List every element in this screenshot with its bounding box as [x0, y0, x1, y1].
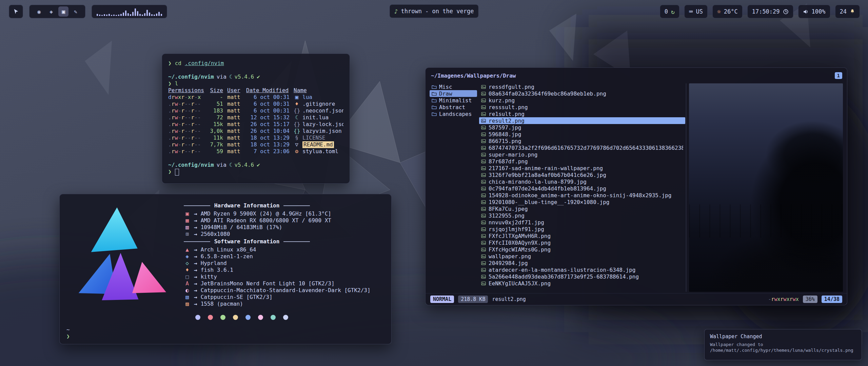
file-size-badge: 218.8 KB	[458, 296, 488, 303]
command-argument: .config/nvim	[185, 60, 224, 67]
file-size: 72	[208, 114, 223, 121]
palette-dot	[233, 315, 238, 320]
sidebar-folder[interactable]: Draw	[430, 90, 477, 97]
file-row[interactable]: result2.png	[479, 117, 685, 124]
file-row[interactable]: 154928-odinokoe_anime-art-anime-okno-sin…	[479, 192, 685, 199]
fetch-info-line: ▣ → AMD Ryzen 9 5900X (24) @ 4.9GHz [61.…	[184, 210, 371, 217]
fetch-info-line: ▦ → AMD ATI Radeon RX 6800/6800 XT / 690…	[184, 217, 371, 224]
file-row[interactable]: rsjqojlmjhf91.jpg	[479, 226, 685, 232]
keyboard-layout-module[interactable]: ⌨ US	[684, 5, 708, 18]
visualizer-bar	[156, 14, 157, 16]
weather-module[interactable]: ☼ 26°C	[712, 5, 743, 18]
hardware-info-list: ▣ → AMD Ryzen 9 5900X (24) @ 4.9GHz [61.…	[184, 210, 371, 238]
file-name: lazyvim.json	[302, 128, 342, 135]
launcher-button[interactable]	[9, 5, 23, 18]
shell-prompt-line[interactable]: ❯	[168, 168, 343, 175]
current-directory: ~/.config/nvim	[168, 74, 214, 80]
sidebar-folder[interactable]: Landscapes	[430, 110, 477, 117]
file-row[interactable]: EeNKYgIUcAAJ5JX.png	[479, 280, 685, 287]
arrow-icon: →	[194, 267, 197, 273]
terminal-window-nvim-config: ❯cd.config/nvim ~/.config/nvimvia☾v5.4.6…	[162, 54, 350, 184]
file-row[interactable]: 3126f7e9bbf21a8a4af0b67b041c6e26.jpg	[479, 171, 685, 178]
image-file-icon	[481, 85, 486, 89]
selected-file-name: result2.png	[492, 296, 526, 302]
visualizer-bar	[123, 13, 124, 16]
file-owner: matt	[227, 107, 242, 114]
terminal-color-palette	[195, 315, 371, 320]
file-row[interactable]: 19201080-__blue-tinge__-1920×1080.jpg	[479, 199, 685, 205]
file-row[interactable]: kurz.png	[479, 97, 685, 104]
file-row[interactable]: 5a266e448add93deab367d87173e9f25-6837886…	[479, 273, 685, 280]
mode-badge: NORMAL	[430, 296, 454, 303]
sidebar-folder[interactable]: Minimalist	[430, 97, 477, 104]
file-name: README.md	[302, 141, 334, 148]
workspace-button[interactable]: ▣	[58, 6, 68, 17]
music-player-module[interactable]: ♪ thrown - on the verge	[390, 4, 479, 18]
file-date-modified: 6 oct 00:31	[246, 101, 290, 107]
file-permissions: .rw-r--r--	[168, 107, 204, 114]
file-row[interactable]: 68747470733a2f2f696d616765732d7769786d70…	[479, 144, 685, 151]
file-row[interactable]: 0c794faf07de24a4db4d4fb1eb813964.jpg	[479, 185, 685, 192]
file-name: init.lua	[302, 114, 329, 121]
file-row[interactable]: 87r687df.png	[479, 158, 685, 165]
file-name: 3122955.png	[489, 212, 525, 219]
updates-module[interactable]: 0 ↻	[660, 5, 679, 18]
file-date-modified: 7 oct 23:06	[246, 148, 290, 155]
file-row[interactable]: nnvuv0xj2df71.jpg	[479, 219, 685, 226]
tab-badge[interactable]: 1	[835, 72, 842, 79]
file-row[interactable]: FXfcII0X0AQyn9X.png	[479, 239, 685, 246]
file-row[interactable]: 587597.jpg	[479, 124, 685, 131]
prompt-context-line: ~/.config/nvimvia☾v5.4.6✔	[168, 162, 343, 168]
file-size: 51	[208, 101, 223, 107]
file-name: resssult.png	[489, 104, 528, 110]
file-row[interactable]: 8FKa7Cu.jpeg	[479, 205, 685, 212]
file-row[interactable]: 3122955.png	[479, 212, 685, 219]
workspace-button[interactable]: ◈	[46, 6, 56, 17]
file-row[interactable]: atardecer-en-la-montanas-ilustracion-634…	[479, 266, 685, 273]
volume-module[interactable]: 100%	[798, 5, 830, 18]
notifications-module[interactable]: 24	[835, 5, 860, 18]
folder-icon	[432, 85, 437, 89]
ls-file-row: .rw-r--r-- 59 matt 7 oct 23:06 ⚙ stylua.…	[168, 148, 343, 155]
file-row[interactable]: ressdfgult.png	[479, 83, 685, 90]
info-value: fish 3.6.1	[201, 267, 233, 273]
sidebar-folder[interactable]: Abstract	[430, 104, 477, 110]
file-row[interactable]: super-mario.png	[479, 151, 685, 158]
image-file-icon	[481, 92, 486, 96]
file-row[interactable]: resssult.png	[479, 104, 685, 110]
clock-time: 17:50:29	[752, 8, 780, 15]
folder-name: Landscapes	[439, 111, 472, 117]
section-title: Software Information	[214, 238, 280, 245]
file-name: lua	[302, 94, 312, 101]
updates-count: 0	[665, 8, 668, 15]
file-row[interactable]: wallpaper.png	[479, 253, 685, 260]
prompt-symbol[interactable]: ❯	[66, 333, 70, 340]
file-row[interactable]: 596848.jpg	[479, 131, 685, 138]
file-date-modified: 18 oct 13:29	[246, 141, 290, 148]
arrow-icon: →	[194, 301, 197, 307]
file-row[interactable]: chica-mirando-la-luna-8799.jpg	[479, 178, 685, 185]
file-date-modified: 6 oct 00:31	[246, 107, 290, 114]
file-row[interactable]: 866715.png	[479, 138, 685, 144]
sidebar-folder[interactable]: Misc	[430, 83, 477, 90]
clock-module[interactable]: 17:50:29	[747, 5, 793, 18]
file-row[interactable]: FXfcHgcWIAMzs0G.png	[479, 246, 685, 253]
visualizer-bar	[108, 14, 110, 16]
shell-command-line: ❯l	[168, 80, 343, 87]
file-name: chica-mirando-la-luna-8799.jpg	[489, 179, 587, 185]
hardware-icon: ▣	[184, 210, 191, 217]
file-row[interactable]: FXfcJlTXgAMvH6R.png	[479, 232, 685, 239]
ls-file-row: drwxr-xr-x - matt 6 oct 00:31 ▣ lua	[168, 94, 343, 101]
music-icon: ♪	[394, 8, 398, 15]
file-row[interactable]: 217167-sad-anime-rain-wallpaper.png	[479, 165, 685, 171]
file-row[interactable]: 08a634fa02a32364f69ebc86a98eb1eb.png	[479, 90, 685, 97]
file-owner: matt	[227, 135, 242, 141]
hardware-section-header: Hardware Information	[184, 202, 310, 209]
info-value: JetBrainsMono Nerd Font Light 10 [GTK2/3…	[201, 280, 335, 287]
notification-popup[interactable]: Wallpaper Changed Wallpaper changed to /…	[704, 329, 862, 360]
file-row[interactable]: re1sult.png	[479, 110, 685, 117]
workspace-button[interactable]: ◉	[34, 6, 44, 17]
file-row[interactable]: 20492984.jpg	[479, 260, 685, 266]
file-permissions: .rw-r--r--	[168, 148, 204, 155]
workspace-button[interactable]: ✎	[71, 6, 81, 17]
